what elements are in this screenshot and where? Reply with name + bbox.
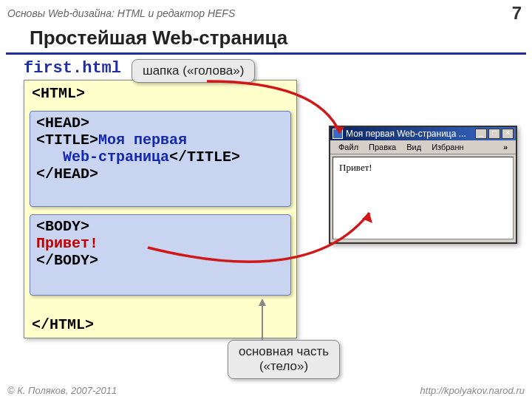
browser-menubar: Файл Правка Вид Избранн » bbox=[330, 140, 516, 154]
close-button[interactable]: × bbox=[502, 129, 514, 139]
page-title: Простейшая Web-страница bbox=[6, 25, 526, 55]
browser-window: Моя первая Web-страница ... _ □ × Файл П… bbox=[329, 126, 517, 244]
browser-title-text: Моя первая Web-страница ... bbox=[346, 129, 475, 139]
browser-content: Привет! bbox=[332, 157, 514, 239]
menu-fav[interactable]: Избранн bbox=[426, 142, 469, 152]
callout-body: основная часть («тело») bbox=[228, 340, 340, 379]
menu-view[interactable]: Вид bbox=[401, 142, 426, 152]
breadcrumb: Основы Web-дизайна: HTML и редактор HEFS bbox=[7, 7, 235, 19]
page-number: 7 bbox=[512, 3, 522, 24]
maximize-button[interactable]: □ bbox=[488, 129, 500, 139]
code-body-text: Привет! bbox=[36, 235, 284, 252]
code-head-box: <HEAD> <TITLE>Моя первая Web-страница</T… bbox=[30, 111, 291, 207]
menu-more-icon[interactable]: » bbox=[498, 142, 513, 152]
code-open-head: <HEAD> bbox=[36, 115, 284, 132]
window-buttons: _ □ × bbox=[475, 129, 514, 139]
code-close-html: </HTML> bbox=[24, 312, 101, 333]
menu-edit[interactable]: Правка bbox=[364, 142, 401, 152]
code-body-box: <BODY> Привет! </BODY> bbox=[30, 214, 291, 296]
menu-file[interactable]: Файл bbox=[333, 142, 364, 152]
code-close-body: </BODY> bbox=[36, 252, 284, 269]
browser-titlebar: Моя первая Web-страница ... _ □ × bbox=[330, 127, 516, 140]
code-open-html: <HTML> bbox=[24, 81, 296, 102]
code-close-head: </HEAD> bbox=[36, 166, 284, 183]
callout-head: шапка («голова») bbox=[132, 59, 255, 83]
code-title-line1: <TITLE>Моя первая bbox=[36, 132, 284, 149]
code-title-line2: Web-страница</TITLE> bbox=[36, 149, 284, 166]
filename-label: first.html bbox=[0, 55, 532, 79]
copyright: © К. Поляков, 2007-2011 bbox=[7, 385, 117, 396]
minimize-button[interactable]: _ bbox=[475, 129, 487, 139]
footer-url: http://kpolyakov.narod.ru bbox=[420, 385, 525, 396]
browser-app-icon bbox=[332, 129, 343, 139]
footer: © К. Поляков, 2007-2011 http://kpolyakov… bbox=[7, 385, 525, 396]
header-bar: Основы Web-дизайна: HTML и редактор HEFS… bbox=[0, 0, 532, 25]
code-open-body: <BODY> bbox=[36, 218, 284, 235]
